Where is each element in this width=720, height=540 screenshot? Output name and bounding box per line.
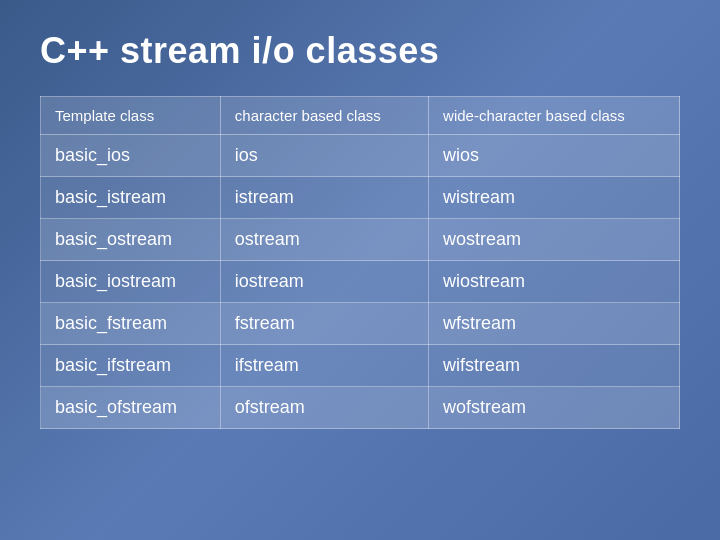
table-cell: wiostream xyxy=(429,261,680,303)
table-body: basic_iosioswiosbasic_istreamistreamwist… xyxy=(41,135,680,429)
table-header-row: Template class character based class wid… xyxy=(41,97,680,135)
slide-title: C++ stream i/o classes xyxy=(40,30,680,72)
table-cell: ios xyxy=(220,135,428,177)
table-cell: basic_ios xyxy=(41,135,221,177)
table-container: Template class character based class wid… xyxy=(40,96,680,510)
table-cell: iostream xyxy=(220,261,428,303)
slide: C++ stream i/o classes Template class ch… xyxy=(0,0,720,540)
table-cell: wifstream xyxy=(429,345,680,387)
table-cell: ofstream xyxy=(220,387,428,429)
table-cell: basic_ostream xyxy=(41,219,221,261)
col-header-widechar: wide-character based class xyxy=(429,97,680,135)
table-cell: wofstream xyxy=(429,387,680,429)
col-header-template: Template class xyxy=(41,97,221,135)
table-cell: ifstream xyxy=(220,345,428,387)
table-cell: basic_fstream xyxy=(41,303,221,345)
table-row: basic_ofstreamofstreamwofstream xyxy=(41,387,680,429)
table-row: basic_istreamistreamwistream xyxy=(41,177,680,219)
col-header-char: character based class xyxy=(220,97,428,135)
table-cell: basic_ofstream xyxy=(41,387,221,429)
table-cell: wistream xyxy=(429,177,680,219)
table-cell: basic_ifstream xyxy=(41,345,221,387)
table-cell: istream xyxy=(220,177,428,219)
table-cell: fstream xyxy=(220,303,428,345)
classes-table: Template class character based class wid… xyxy=(40,96,680,429)
table-row: basic_fstreamfstreamwfstream xyxy=(41,303,680,345)
table-cell: ostream xyxy=(220,219,428,261)
table-cell: wfstream xyxy=(429,303,680,345)
table-row: basic_iostreamiostreamwiostream xyxy=(41,261,680,303)
table-cell: basic_iostream xyxy=(41,261,221,303)
table-row: basic_ostreamostreamwostream xyxy=(41,219,680,261)
table-cell: wostream xyxy=(429,219,680,261)
table-row: basic_iosioswios xyxy=(41,135,680,177)
table-cell: wios xyxy=(429,135,680,177)
table-cell: basic_istream xyxy=(41,177,221,219)
table-row: basic_ifstreamifstreamwifstream xyxy=(41,345,680,387)
